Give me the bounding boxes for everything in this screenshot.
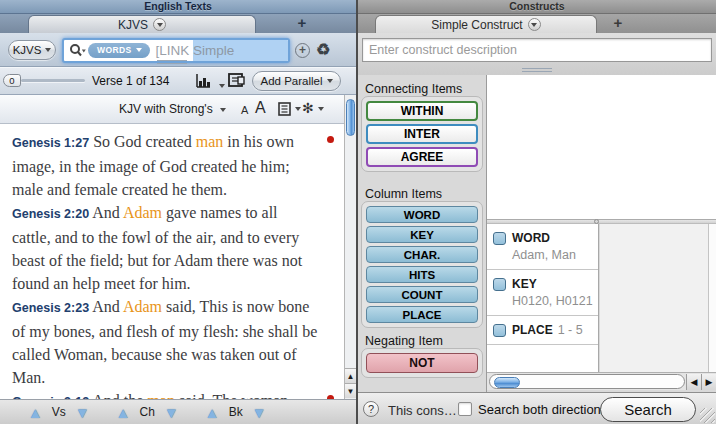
- search-toolbar: KJVS WORDS [LINK Simple + ♻: [0, 33, 356, 67]
- connecting-items-label: Connecting Items: [365, 82, 462, 96]
- search-both-directions-checkbox[interactable]: [458, 402, 472, 416]
- window-resize-grip[interactable]: [700, 408, 715, 423]
- nav-label: Bk: [229, 405, 243, 419]
- chevron-down-icon: [157, 23, 163, 27]
- context-slider-thumb[interactable]: 0: [3, 74, 21, 87]
- increase-font-button[interactable]: A: [255, 99, 266, 117]
- verse-text: So God created: [89, 133, 196, 150]
- add-search-term-button[interactable]: +: [295, 43, 310, 58]
- column-button-key[interactable]: KEY: [366, 226, 478, 243]
- verse-reference[interactable]: Genesis 2:23: [12, 301, 89, 315]
- grid-vertical-scroll-track[interactable]: [708, 224, 716, 372]
- verse-reference[interactable]: Genesis 1:27: [12, 136, 89, 150]
- add-parallel-label: Add Parallel: [260, 75, 322, 87]
- tab-simple-construct[interactable]: Simple Construct: [375, 15, 597, 33]
- construct-column: WORDAdam, ManKEYH0120, H0121PLACE1 - 5: [487, 224, 599, 372]
- construct-description-input[interactable]: [362, 38, 712, 62]
- nav-up-arrow-bk[interactable]: ▲: [205, 405, 220, 420]
- construct-grid-row[interactable]: KEYH0120, H0121: [487, 270, 598, 316]
- verse-paragraph: Genesis 2:20 And Adam gave names to all …: [12, 201, 318, 295]
- tab-menu-icon[interactable]: [153, 18, 166, 31]
- row-label: KEY: [512, 277, 593, 291]
- connect-button-within[interactable]: WITHIN: [366, 101, 478, 121]
- scroll-up-arrow[interactable]: ▲: [345, 368, 356, 383]
- column-button-count[interactable]: COUNT: [366, 286, 478, 303]
- construct-grid-row[interactable]: WORDAdam, Man: [487, 224, 598, 270]
- construct-canvas[interactable]: [487, 75, 716, 219]
- help-button[interactable]: ?: [363, 401, 379, 417]
- text-pane-header: KJV with Strong's A A ✻: [0, 95, 345, 124]
- tab-simple-construct-label: Simple Construct: [431, 18, 522, 32]
- search-button[interactable]: Search: [600, 397, 696, 422]
- construct-description-row: [358, 33, 716, 75]
- new-tab-button[interactable]: +: [290, 14, 314, 33]
- chevron-down-icon: [136, 48, 142, 52]
- add-parallel-button[interactable]: Add Parallel: [252, 71, 341, 91]
- text-pane-icon[interactable]: [228, 73, 245, 92]
- row-checkbox[interactable]: [493, 278, 506, 291]
- vertical-scrollbar[interactable]: ▲ ▼: [344, 95, 356, 399]
- gear-icon[interactable]: ✻: [302, 100, 324, 116]
- module-select-button[interactable]: KJVS: [8, 40, 56, 60]
- toolbar-drag-handle[interactable]: [157, 60, 187, 64]
- tab-menu-icon[interactable]: [528, 18, 541, 31]
- toolbar-drag-handle[interactable]: [522, 68, 552, 72]
- scroll-left-arrow[interactable]: ◀: [686, 374, 701, 390]
- negating-item-group: NOT: [361, 348, 483, 378]
- negate-button-not[interactable]: NOT: [366, 353, 478, 373]
- connect-button-agree[interactable]: AGREE: [366, 147, 478, 167]
- verse-text: said, The woman: [175, 392, 288, 399]
- scrollbar-thumb[interactable]: [346, 99, 355, 136]
- nav-down-arrow-ch[interactable]: ▼: [164, 405, 179, 420]
- verse-paragraph: Genesis 3:12 And the man said, The woman: [12, 389, 318, 399]
- new-tab-button[interactable]: +: [606, 14, 630, 33]
- connecting-items-group: WITHININTERAGREE: [361, 96, 483, 172]
- tab-kjvs[interactable]: KJVS: [28, 15, 256, 33]
- pane-title-label: KJV with Strong's: [119, 102, 213, 116]
- verse-nav-bar: ▲Vs▼▲Ch▼▲Bk▼: [0, 399, 356, 424]
- connect-button-inter[interactable]: INTER: [366, 124, 478, 144]
- verse-text: And the: [89, 392, 147, 399]
- row-checkbox[interactable]: [493, 324, 506, 337]
- verse-paragraph: Genesis 1:27 So God created man in his o…: [12, 130, 318, 201]
- construct-grid-row[interactable]: PLACE1 - 5: [487, 316, 598, 345]
- context-slider-track[interactable]: [21, 79, 85, 82]
- search-scope-pill[interactable]: WORDS: [88, 43, 150, 58]
- construct-grid-empty-area[interactable]: [600, 224, 716, 372]
- row-text: PLACE1 - 5: [512, 323, 583, 337]
- nav-up-arrow-vs[interactable]: ▲: [28, 405, 43, 420]
- column-button-word[interactable]: WORD: [366, 206, 478, 223]
- column-button-char[interactable]: CHAR.: [366, 246, 478, 263]
- verse-counter: Verse 1 of 134: [92, 74, 169, 88]
- accordance-workspace: English Texts KJVS + KJVS WORDS: [0, 0, 716, 424]
- row-checkbox[interactable]: [493, 232, 506, 245]
- left-tab-bar: KJVS +: [0, 14, 356, 33]
- nav-up-arrow-ch[interactable]: ▲: [116, 405, 131, 420]
- chevron-down-icon: [45, 48, 51, 52]
- chevron-down-icon: [295, 107, 301, 111]
- scrollbar-track[interactable]: [489, 374, 685, 389]
- column-button-place[interactable]: PLACE: [366, 306, 478, 323]
- research-amplify-icon[interactable]: ♻: [316, 40, 330, 59]
- verse-reference[interactable]: Genesis 2:20: [12, 207, 89, 221]
- nav-down-arrow-vs[interactable]: ▼: [75, 405, 90, 420]
- chevron-down-icon: [220, 108, 226, 112]
- analysis-graph-icon[interactable]: [196, 73, 225, 88]
- scroll-right-arrow[interactable]: ▶: [701, 374, 716, 390]
- display-settings-icon[interactable]: [278, 102, 301, 116]
- horizontal-scrollbar[interactable]: ◀ ▶: [487, 372, 716, 390]
- verse-marker-dot: [327, 136, 334, 143]
- scroll-down-arrow[interactable]: ▼: [345, 383, 356, 398]
- constructs-panel: Constructs Simple Construct + Connecting…: [358, 0, 716, 424]
- column-button-hits[interactable]: HITS: [366, 266, 478, 283]
- decrease-font-button[interactable]: A: [241, 104, 248, 116]
- search-hit-word: man: [147, 392, 175, 399]
- search-both-directions-label: Search both directions: [478, 402, 607, 417]
- nav-down-arrow-bk[interactable]: ▼: [252, 405, 267, 420]
- bible-text-area[interactable]: Genesis 1:27 So God created man in his o…: [0, 124, 344, 399]
- search-icon[interactable]: [69, 43, 86, 59]
- scrollbar-thumb[interactable]: [494, 377, 520, 388]
- row-text: WORDAdam, Man: [512, 231, 576, 262]
- search-hit-word: Adam: [123, 204, 162, 221]
- negating-item-label: Negating Item: [365, 334, 443, 348]
